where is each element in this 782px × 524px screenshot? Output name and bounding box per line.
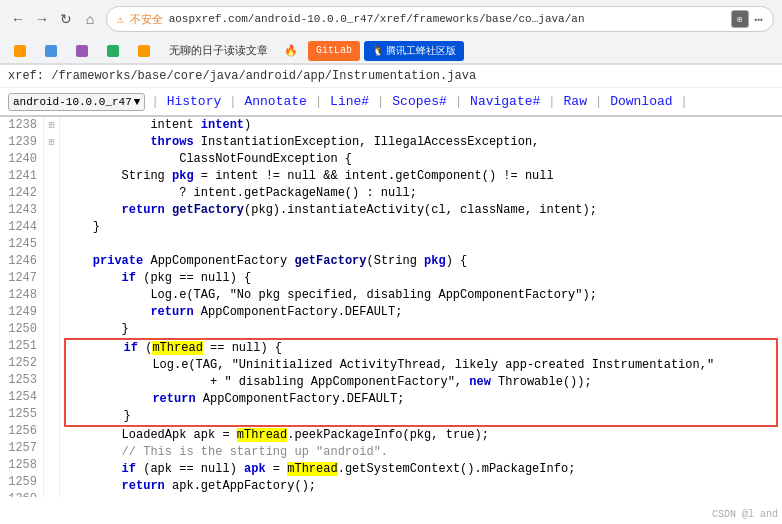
line-num-1249: 1249 — [0, 304, 43, 321]
sep-6: | — [546, 95, 557, 109]
bookmark-dot-4 — [107, 45, 119, 57]
scopes-link[interactable]: Scopes# — [386, 92, 453, 111]
code-line-1239: throws InstantiationException, IllegalAc… — [64, 134, 778, 151]
code-line-1242: ? intent.getPackageName() : null; — [64, 185, 778, 202]
bookmarks-bar: 无聊的日子读读文章 🔥 GitLab 🐧 腾讯工蜂社区版 — [0, 38, 782, 64]
gitlab-label: GitLab — [316, 45, 352, 56]
browser-toolbar: ← → ↻ ⌂ ⚠ 不安全 aospxref.com/android-10.0.… — [0, 0, 782, 38]
sep-5: | — [453, 95, 464, 109]
raw-link[interactable]: Raw — [558, 92, 593, 111]
line-num-1244: 1244 — [0, 219, 43, 236]
code-view: 1238 1239 1240 1241 1242 1243 1244 1245 … — [0, 117, 782, 497]
code-line-1240: ClassNotFoundException { — [64, 151, 778, 168]
line-num-1246: 1246 — [0, 253, 43, 270]
code-line-1260: } — [64, 495, 778, 497]
line-num-1240: 1240 — [0, 151, 43, 168]
line-num-1239: 1239 — [0, 134, 43, 151]
home-button[interactable]: ⌂ — [80, 9, 100, 29]
ext-icon-2[interactable]: ⋯ — [755, 11, 763, 28]
forward-button[interactable]: → — [32, 9, 52, 29]
refresh-button[interactable]: ↻ — [56, 9, 76, 29]
address-text: aospxref.com/android-10.0.0_r47/xref/fra… — [169, 13, 725, 25]
line-num-1238: 1238 — [0, 117, 43, 134]
sep-1: | — [149, 95, 160, 109]
line-num-1259: 1259 — [0, 474, 43, 491]
code-line-1250: } — [64, 321, 778, 338]
code-line-1257: // This is the starting up "android". — [64, 444, 778, 461]
fold-1246[interactable]: ⊞ — [44, 117, 59, 134]
code-line-1247: if (pkg == null) { — [64, 270, 778, 287]
line-num-1254: 1254 — [0, 389, 43, 406]
watermark-text: CSDN @l and — [712, 509, 778, 520]
bookmark-label-wuxiao: 无聊的日子读读文章 — [169, 43, 268, 58]
line-num-1248: 1248 — [0, 287, 43, 304]
page-content: xref: /frameworks/base/core/java/android… — [0, 65, 782, 497]
history-link[interactable]: History — [161, 92, 228, 111]
sep-4: | — [375, 95, 386, 109]
annotate-link[interactable]: Annotate — [238, 92, 312, 111]
bookmark-wuxiao[interactable]: 无聊的日子读读文章 — [163, 41, 274, 61]
bookmark-5[interactable] — [132, 41, 159, 61]
security-icon: ⚠ — [117, 13, 124, 26]
back-button[interactable]: ← — [8, 9, 28, 29]
line-num-1247: 1247 — [0, 270, 43, 287]
code-content: intent intent) throws InstantiationExcep… — [60, 117, 782, 497]
tencent-label: 腾讯工蜂社区版 — [386, 44, 456, 58]
line-num-1241: 1241 — [0, 168, 43, 185]
code-line-1251: if (mThread == null) { — [64, 338, 778, 357]
sep-7: | — [593, 95, 604, 109]
address-bar[interactable]: ⚠ 不安全 aospxref.com/android-10.0.0_r47/xr… — [106, 6, 774, 32]
line-num-1252: 1252 — [0, 355, 43, 372]
ext-icon-1[interactable]: ⊞ — [731, 10, 749, 28]
bookmark-2[interactable] — [39, 41, 66, 61]
bookmark-tencent[interactable]: 🐧 腾讯工蜂社区版 — [364, 41, 464, 61]
code-line-1246: private AppComponentFactory getFactory(S… — [64, 253, 778, 270]
sep-2: | — [227, 95, 238, 109]
bookmark-dot-2 — [45, 45, 57, 57]
navigate-link[interactable]: Navigate# — [464, 92, 546, 111]
line-num-1253: 1253 — [0, 372, 43, 389]
code-line-1249: return AppComponentFactory.DEFAULT; — [64, 304, 778, 321]
line-num-1255: 1255 — [0, 406, 43, 423]
bookmark-3[interactable] — [70, 41, 97, 61]
browser-chrome: ← → ↻ ⌂ ⚠ 不安全 aospxref.com/android-10.0.… — [0, 0, 782, 65]
code-line-1244: } — [64, 219, 778, 236]
code-line-1254: return AppComponentFactory.DEFAULT; — [64, 391, 778, 408]
version-select[interactable]: android-10.0.0_r47 ▼ — [8, 93, 145, 111]
code-line-1248: Log.e(TAG, "No pkg specified, disabling … — [64, 287, 778, 304]
file-toolbar: android-10.0.0_r47 ▼ | History | Annotat… — [0, 88, 782, 117]
bookmark-4[interactable] — [101, 41, 128, 61]
dropdown-arrow-icon: ▼ — [134, 96, 141, 108]
line-num-1250: 1250 — [0, 321, 43, 338]
code-line-1259: return apk.getAppFactory(); — [64, 478, 778, 495]
code-line-1253: + " disabling AppComponentFactory", new … — [64, 374, 778, 391]
line-num-1260: 1260 — [0, 491, 43, 497]
line-num-1251: 1251 — [0, 338, 43, 355]
line-num-1257: 1257 — [0, 440, 43, 457]
code-line-1241: String pkg = intent != null && intent.ge… — [64, 168, 778, 185]
bookmark-fire[interactable]: 🔥 — [278, 41, 304, 61]
line-num-1242: 1242 — [0, 185, 43, 202]
sep-3: | — [313, 95, 324, 109]
code-line-1256: LoadedApk apk = mThread.peekPackageInfo(… — [64, 427, 778, 444]
line-num-1256: 1256 — [0, 423, 43, 440]
line-num-1243: 1243 — [0, 202, 43, 219]
code-line-1255: } — [64, 408, 778, 427]
code-line-1245 — [64, 236, 778, 253]
bookmark-1[interactable] — [8, 41, 35, 61]
bookmark-gitlab[interactable]: GitLab — [308, 41, 360, 61]
bookmark-dot-1 — [14, 45, 26, 57]
security-label: 不安全 — [130, 12, 163, 27]
line-link[interactable]: Line# — [324, 92, 375, 111]
tencent-icon: 🐧 — [372, 45, 384, 57]
line-num-1258: 1258 — [0, 457, 43, 474]
fold-1261[interactable]: ⊞ — [44, 134, 59, 151]
sep-8: | — [679, 95, 690, 109]
line-num-1245: 1245 — [0, 236, 43, 253]
code-line-1258: if (apk == null) apk = mThread.getSystem… — [64, 461, 778, 478]
version-label: android-10.0.0_r47 — [13, 96, 132, 108]
code-line-1243: return getFactory(pkg).instantiateActivi… — [64, 202, 778, 219]
breadcrumb: xref: /frameworks/base/core/java/android… — [0, 65, 782, 88]
download-link[interactable]: Download — [604, 92, 678, 111]
line-numbers: 1238 1239 1240 1241 1242 1243 1244 1245 … — [0, 117, 44, 497]
